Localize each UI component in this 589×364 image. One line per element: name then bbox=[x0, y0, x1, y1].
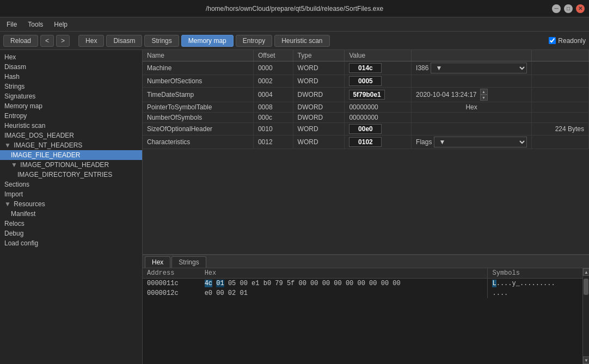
cell-offset: 0012 bbox=[253, 135, 293, 149]
titlebar: /home/hors/ownCloud/prepare/qt5/build/re… bbox=[0, 0, 589, 17]
col-name: Name bbox=[143, 50, 253, 61]
table-row: NumberOfSections 0002 WORD 0005 bbox=[143, 75, 589, 88]
heuristic-scan-tab-button[interactable]: Heuristic scan bbox=[274, 35, 329, 47]
cell-name: Machine bbox=[143, 61, 253, 75]
hex-sym-highlight-1: L bbox=[492, 280, 496, 287]
menu-file[interactable]: File bbox=[2, 20, 21, 29]
sidebar-item-strings[interactable]: Strings bbox=[0, 82, 142, 91]
sidebar-item-memory-map[interactable]: Memory map bbox=[0, 101, 142, 111]
cell-offset: 000c bbox=[253, 113, 293, 123]
sidebar-item-image-file-header[interactable]: IMAGE_FILE_HEADER bbox=[0, 150, 142, 160]
sidebar-item-image-nt-headers[interactable]: ▼ IMAGE_NT_HEADERS bbox=[0, 140, 142, 150]
sidebar-item-hash[interactable]: Hash bbox=[0, 72, 142, 82]
cell-extra bbox=[532, 135, 589, 149]
readonly-checkbox[interactable] bbox=[549, 37, 556, 44]
hex-tabs: Hex Strings bbox=[143, 255, 589, 268]
hex-content: Address Hex Symbols 0000011c 4c 01 bbox=[143, 268, 589, 364]
cell-hex-label: Hex bbox=[412, 102, 532, 113]
sidebar-item-signatures[interactable]: Signatures bbox=[0, 91, 142, 101]
memory-map-tab-button[interactable]: Memory map bbox=[181, 35, 234, 47]
hex-scroll[interactable]: Address Hex Symbols 0000011c 4c 01 bbox=[143, 268, 582, 364]
datetime-value: 2020-10-04 13:24:17 bbox=[416, 91, 476, 98]
cell-type: DWORD bbox=[293, 88, 345, 102]
hex-tab-strings[interactable]: Strings bbox=[171, 256, 206, 268]
reload-button[interactable]: Reload bbox=[3, 35, 38, 47]
disasm-tab-button[interactable]: Disasm bbox=[106, 35, 142, 47]
sidebar-item-debug[interactable]: Debug bbox=[0, 229, 142, 238]
spinner-up[interactable]: ▲ bbox=[480, 89, 488, 95]
hex-cell-symbols: .... bbox=[488, 288, 582, 298]
hex-row: 0000012c e0 00 02 01 .... bbox=[143, 288, 582, 298]
col-offset: Offset bbox=[253, 50, 293, 61]
cell-value: 00000000 bbox=[345, 102, 412, 113]
sidebar-item-image-directory-entries[interactable]: IMAGE_DIRECTORY_ENTRIES bbox=[0, 170, 142, 180]
cell-name: PointerToSymbolTable bbox=[143, 102, 253, 113]
readonly-label: Readonly bbox=[558, 37, 586, 45]
col-value: Value bbox=[345, 50, 412, 61]
data-table: Name Offset Type Value Machine 0000 WORD bbox=[143, 50, 589, 149]
content-area: Name Offset Type Value Machine 0000 WORD bbox=[143, 50, 589, 364]
cell-value-text: I386 bbox=[416, 64, 428, 72]
nav-fwd-button[interactable]: > bbox=[56, 35, 70, 47]
cell-type: DWORD bbox=[293, 102, 345, 113]
sidebar-item-entropy[interactable]: Entropy bbox=[0, 111, 142, 121]
machine-select[interactable]: ▼ bbox=[431, 63, 527, 73]
sidebar-item-sections[interactable]: Sections bbox=[0, 180, 142, 189]
sidebar-item-relocs[interactable]: Relocs bbox=[0, 219, 142, 229]
nav-back-button[interactable]: < bbox=[40, 35, 54, 47]
cell-extra bbox=[532, 113, 589, 123]
table-row: Characteristics 0012 WORD 0102 Flags ▼ bbox=[143, 135, 589, 149]
toolbar: Reload < > Hex Disasm Strings Memory map… bbox=[0, 32, 589, 50]
sidebar-item-hex[interactable]: Hex bbox=[0, 52, 142, 62]
cell-offset: 0004 bbox=[253, 88, 293, 102]
cell-name: NumberOfSections bbox=[143, 75, 253, 88]
cell-type: WORD bbox=[293, 75, 345, 88]
maximize-button[interactable]: □ bbox=[564, 4, 573, 13]
cell-name: SizeOfOptionalHeader bbox=[143, 123, 253, 135]
col-extra bbox=[412, 50, 532, 61]
scroll-arrow-up[interactable]: ▲ bbox=[583, 268, 589, 276]
sidebar-item-image-dos-header[interactable]: IMAGE_DOS_HEADER bbox=[0, 131, 142, 140]
table-row: TimeDateStamp 0004 DWORD 5f79b0e1 2020-1… bbox=[143, 88, 589, 102]
cell-empty bbox=[412, 123, 532, 135]
hex-tab-button[interactable]: Hex bbox=[78, 35, 104, 47]
cell-extra bbox=[532, 102, 589, 113]
entropy-tab-button[interactable]: Entropy bbox=[236, 35, 272, 47]
readonly-container: Readonly bbox=[549, 37, 586, 45]
hex-scrollbar[interactable]: ▲ ▼ bbox=[582, 268, 589, 364]
cell-empty bbox=[412, 113, 532, 123]
scroll-arrow-down[interactable]: ▼ bbox=[583, 356, 589, 364]
sidebar-item-heuristic-scan[interactable]: Heuristic scan bbox=[0, 121, 142, 131]
sidebar-item-resources[interactable]: ▼ Resources bbox=[0, 199, 142, 209]
sidebar: Hex Disasm Hash Strings Signatures Memor… bbox=[0, 50, 143, 364]
minimize-button[interactable]: ─ bbox=[552, 4, 561, 13]
hex-tab-hex[interactable]: Hex bbox=[145, 256, 170, 268]
titlebar-title: /home/hors/ownCloud/prepare/qt5/build/re… bbox=[37, 5, 552, 13]
cell-name: Characteristics bbox=[143, 135, 253, 149]
sidebar-item-disasm[interactable]: Disasm bbox=[0, 62, 142, 72]
sidebar-item-import[interactable]: Import bbox=[0, 189, 142, 199]
cell-value: 5f79b0e1 bbox=[345, 88, 412, 102]
scroll-thumb[interactable] bbox=[584, 279, 588, 295]
hex-sym-rest: ....y_......... bbox=[496, 280, 555, 287]
menu-help[interactable]: Help bbox=[50, 20, 72, 29]
cell-type: DWORD bbox=[293, 113, 345, 123]
cell-value: 0005 bbox=[345, 75, 412, 88]
cell-offset: 0010 bbox=[253, 123, 293, 135]
flags-label: Flags bbox=[416, 138, 432, 146]
cell-value: 00000000 bbox=[345, 113, 412, 123]
spinner-down[interactable]: ▼ bbox=[480, 95, 488, 101]
cell-flags: Flags ▼ bbox=[412, 135, 532, 149]
sidebar-item-image-optional-header[interactable]: ▼ IMAGE_OPTIONAL_HEADER bbox=[0, 160, 142, 170]
hex-bytes-rest: 05 00 e1 b0 79 5f 00 00 00 00 00 00 00 0… bbox=[228, 280, 401, 287]
hex-cell-bytes: e0 00 02 01 bbox=[200, 288, 488, 298]
strings-tab-button[interactable]: Strings bbox=[144, 35, 179, 47]
close-button[interactable]: ✕ bbox=[576, 4, 585, 13]
scroll-track[interactable] bbox=[583, 276, 589, 356]
sidebar-item-load-config[interactable]: Load config bbox=[0, 238, 142, 248]
sidebar-item-manifest[interactable]: Manifest bbox=[0, 209, 142, 219]
cell-type: WORD bbox=[293, 123, 345, 135]
main-layout: Hex Disasm Hash Strings Signatures Memor… bbox=[0, 50, 589, 364]
flags-select[interactable]: ▼ bbox=[434, 137, 527, 147]
menu-tools[interactable]: Tools bbox=[23, 20, 47, 29]
